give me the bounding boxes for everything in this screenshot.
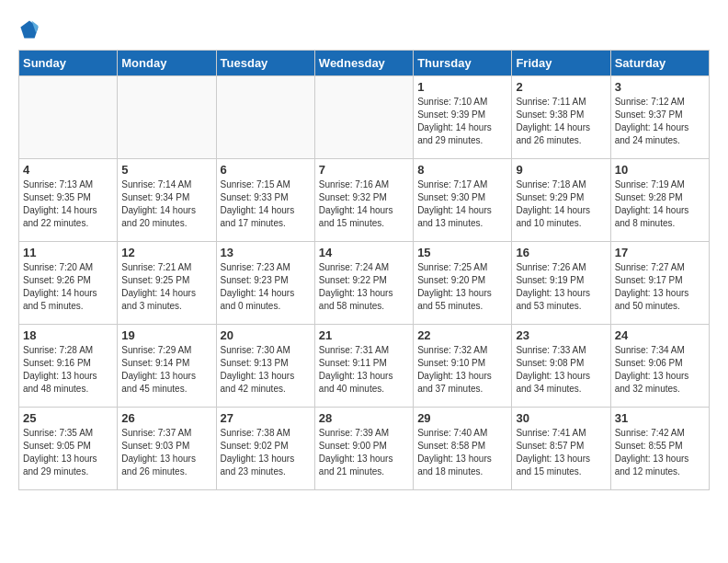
calendar-cell [216,76,314,159]
day-number: 7 [319,163,409,177]
day-number: 1 [417,80,507,94]
calendar-cell: 18Sunrise: 7:28 AM Sunset: 9:16 PM Dayli… [19,325,118,408]
day-info: Sunrise: 7:24 AM Sunset: 9:22 PM Dayligh… [319,261,409,313]
day-header-sunday: Sunday [19,51,118,76]
calendar-header-row: SundayMondayTuesdayWednesdayThursdayFrid… [19,51,710,76]
day-number: 15 [417,246,507,259]
day-info: Sunrise: 7:29 AM Sunset: 9:14 PM Dayligh… [121,344,211,396]
calendar-cell: 29Sunrise: 7:40 AM Sunset: 8:58 PM Dayli… [414,408,512,490]
calendar-cell: 9Sunrise: 7:18 AM Sunset: 9:29 PM Daylig… [512,159,610,242]
day-info: Sunrise: 7:18 AM Sunset: 9:29 PM Dayligh… [516,178,606,230]
day-number: 6 [221,163,311,177]
day-info: Sunrise: 7:21 AM Sunset: 9:25 PM Dayligh… [121,261,211,313]
calendar-cell: 12Sunrise: 7:21 AM Sunset: 9:25 PM Dayli… [118,242,216,325]
day-number: 10 [615,163,705,177]
day-info: Sunrise: 7:14 AM Sunset: 9:34 PM Dayligh… [121,178,211,230]
day-info: Sunrise: 7:33 AM Sunset: 9:08 PM Dayligh… [516,344,606,396]
day-number: 31 [615,411,705,425]
day-info: Sunrise: 7:13 AM Sunset: 9:35 PM Dayligh… [23,178,113,230]
calendar-cell: 1Sunrise: 7:10 AM Sunset: 9:39 PM Daylig… [414,76,512,159]
day-info: Sunrise: 7:10 AM Sunset: 9:39 PM Dayligh… [417,96,507,147]
calendar-week-row: 25Sunrise: 7:35 AM Sunset: 9:05 PM Dayli… [19,408,710,490]
day-info: Sunrise: 7:39 AM Sunset: 9:00 PM Dayligh… [319,427,409,478]
day-number: 18 [23,328,113,342]
day-info: Sunrise: 7:26 AM Sunset: 9:19 PM Dayligh… [516,261,606,313]
day-info: Sunrise: 7:17 AM Sunset: 9:30 PM Dayligh… [417,178,507,230]
calendar-cell [19,76,118,159]
day-info: Sunrise: 7:11 AM Sunset: 9:38 PM Dayligh… [516,96,606,147]
day-number: 5 [121,163,211,177]
day-number: 27 [221,411,311,425]
calendar-cell: 24Sunrise: 7:34 AM Sunset: 9:06 PM Dayli… [610,325,709,408]
day-info: Sunrise: 7:32 AM Sunset: 9:10 PM Dayligh… [417,344,507,396]
day-info: Sunrise: 7:27 AM Sunset: 9:17 PM Dayligh… [615,261,705,313]
calendar-cell: 27Sunrise: 7:38 AM Sunset: 9:02 PM Dayli… [216,408,314,490]
day-number: 12 [121,246,211,259]
day-header-tuesday: Tuesday [216,51,314,76]
day-header-saturday: Saturday [610,51,709,76]
calendar-cell: 14Sunrise: 7:24 AM Sunset: 9:22 PM Dayli… [314,242,413,325]
calendar-table: SundayMondayTuesdayWednesdayThursdayFrid… [18,50,710,490]
calendar-week-row: 11Sunrise: 7:20 AM Sunset: 9:26 PM Dayli… [19,242,710,325]
day-info: Sunrise: 7:37 AM Sunset: 9:03 PM Dayligh… [121,427,211,478]
calendar-cell [118,76,216,159]
calendar-cell: 10Sunrise: 7:19 AM Sunset: 9:28 PM Dayli… [610,159,709,242]
day-number: 8 [417,163,507,177]
day-number: 4 [23,163,113,177]
calendar-cell: 23Sunrise: 7:33 AM Sunset: 9:08 PM Dayli… [512,325,610,408]
calendar-cell: 8Sunrise: 7:17 AM Sunset: 9:30 PM Daylig… [414,159,512,242]
calendar-cell: 25Sunrise: 7:35 AM Sunset: 9:05 PM Dayli… [19,408,118,490]
day-number: 19 [121,328,211,342]
day-info: Sunrise: 7:23 AM Sunset: 9:23 PM Dayligh… [221,261,311,313]
calendar-cell: 15Sunrise: 7:25 AM Sunset: 9:20 PM Dayli… [414,242,512,325]
day-number: 3 [615,80,705,94]
calendar-cell: 2Sunrise: 7:11 AM Sunset: 9:38 PM Daylig… [512,76,610,159]
calendar-cell: 16Sunrise: 7:26 AM Sunset: 9:19 PM Dayli… [512,242,610,325]
calendar-cell: 19Sunrise: 7:29 AM Sunset: 9:14 PM Dayli… [118,325,216,408]
day-info: Sunrise: 7:41 AM Sunset: 8:57 PM Dayligh… [516,427,606,478]
calendar-cell: 21Sunrise: 7:31 AM Sunset: 9:11 PM Dayli… [314,325,413,408]
day-info: Sunrise: 7:25 AM Sunset: 9:20 PM Dayligh… [417,261,507,313]
day-number: 11 [23,246,113,259]
day-header-thursday: Thursday [414,51,512,76]
calendar-cell: 7Sunrise: 7:16 AM Sunset: 9:32 PM Daylig… [314,159,413,242]
day-number: 14 [319,246,409,259]
day-number: 30 [516,411,606,425]
day-number: 22 [417,328,507,342]
day-info: Sunrise: 7:16 AM Sunset: 9:32 PM Dayligh… [319,178,409,230]
calendar-cell: 22Sunrise: 7:32 AM Sunset: 9:10 PM Dayli… [414,325,512,408]
calendar-cell: 13Sunrise: 7:23 AM Sunset: 9:23 PM Dayli… [216,242,314,325]
calendar-cell: 3Sunrise: 7:12 AM Sunset: 9:37 PM Daylig… [610,76,709,159]
day-info: Sunrise: 7:28 AM Sunset: 9:16 PM Dayligh… [23,344,113,396]
calendar-cell: 20Sunrise: 7:30 AM Sunset: 9:13 PM Dayli… [216,325,314,408]
day-info: Sunrise: 7:40 AM Sunset: 8:58 PM Dayligh… [417,427,507,478]
day-number: 13 [221,246,311,259]
logo [18,18,44,40]
day-number: 17 [615,246,705,259]
calendar-week-row: 1Sunrise: 7:10 AM Sunset: 9:39 PM Daylig… [19,76,710,159]
day-info: Sunrise: 7:31 AM Sunset: 9:11 PM Dayligh… [319,344,409,396]
calendar-cell: 17Sunrise: 7:27 AM Sunset: 9:17 PM Dayli… [610,242,709,325]
calendar-cell [314,76,413,159]
calendar-cell: 5Sunrise: 7:14 AM Sunset: 9:34 PM Daylig… [118,159,216,242]
day-number: 24 [615,328,705,342]
day-info: Sunrise: 7:15 AM Sunset: 9:33 PM Dayligh… [221,178,311,230]
day-info: Sunrise: 7:19 AM Sunset: 9:28 PM Dayligh… [615,178,705,230]
day-number: 28 [319,411,409,425]
page-header [18,18,710,40]
day-number: 21 [319,328,409,342]
day-number: 25 [23,411,113,425]
calendar-cell: 4Sunrise: 7:13 AM Sunset: 9:35 PM Daylig… [19,159,118,242]
day-number: 16 [516,246,606,259]
calendar-cell: 30Sunrise: 7:41 AM Sunset: 8:57 PM Dayli… [512,408,610,490]
day-number: 20 [221,328,311,342]
calendar-week-row: 18Sunrise: 7:28 AM Sunset: 9:16 PM Dayli… [19,325,710,408]
calendar-week-row: 4Sunrise: 7:13 AM Sunset: 9:35 PM Daylig… [19,159,710,242]
calendar-cell: 28Sunrise: 7:39 AM Sunset: 9:00 PM Dayli… [314,408,413,490]
calendar-cell: 11Sunrise: 7:20 AM Sunset: 9:26 PM Dayli… [19,242,118,325]
logo-icon [18,18,40,40]
day-info: Sunrise: 7:12 AM Sunset: 9:37 PM Dayligh… [615,96,705,147]
day-number: 29 [417,411,507,425]
day-info: Sunrise: 7:34 AM Sunset: 9:06 PM Dayligh… [615,344,705,396]
day-number: 23 [516,328,606,342]
